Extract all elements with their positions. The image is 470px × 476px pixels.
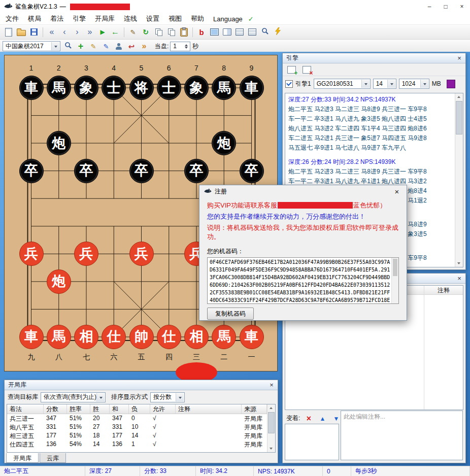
piece-black-象-7-0[interactable]: 象 (184, 76, 209, 100)
engine-enabled-checkbox[interactable] (285, 80, 293, 88)
nav-next-icon[interactable]: › (71, 26, 83, 38)
piece-black-馬-2-0[interactable]: 馬 (47, 76, 71, 100)
scroll-up-icon[interactable] (267, 404, 275, 412)
comment-edit-box[interactable]: 此处编辑注释... (341, 411, 463, 460)
menu-item-1[interactable]: 文件 (1, 14, 23, 23)
opening-scrollbar[interactable] (267, 404, 275, 452)
column-header-3[interactable]: 胜率 (67, 404, 90, 414)
piece-black-卒-5-3[interactable]: 卒 (129, 159, 154, 183)
column-header-7[interactable]: 允许 (150, 404, 176, 414)
piece-black-車-1-0[interactable]: 車 (19, 76, 44, 100)
piece-black-炮-8-2[interactable]: 炮 (212, 131, 236, 155)
dialog-close-icon[interactable]: × (389, 186, 405, 197)
piece-red-馬-2-9[interactable]: 馬 (47, 325, 71, 349)
column-header-1[interactable]: 着法 (7, 404, 44, 414)
nav-last-icon[interactable]: » (84, 26, 96, 38)
user-icon[interactable] (113, 41, 125, 52)
piece-red-相-7-9[interactable]: 相 (184, 325, 209, 349)
engine-scrollbar[interactable] (455, 93, 463, 267)
piece-black-車-9-0[interactable]: 車 (240, 76, 264, 100)
tab-2[interactable]: 云库 (40, 453, 66, 463)
menu-item-9[interactable]: 帮助 (186, 14, 209, 23)
opening-row[interactable]: 兵三进一34751%203470√开局库 (7, 414, 275, 423)
piece-red-馬-8-9[interactable]: 馬 (212, 325, 236, 349)
menu-item-10[interactable]: Language (209, 15, 247, 23)
menu-item-4[interactable]: 引擎 (68, 14, 90, 23)
opening-row[interactable]: 相三进五17751%1817714√开局库 (7, 431, 275, 440)
flash-icon[interactable] (272, 26, 284, 38)
menu-item-5[interactable]: 开局库 (90, 14, 119, 23)
paste-icon[interactable] (178, 26, 190, 38)
move-up-icon[interactable]: ▲ (316, 413, 328, 424)
search-icon[interactable] (259, 26, 271, 38)
opening-row[interactable]: 炮八平五33151%2733110√开局库 (7, 423, 275, 431)
piece-red-兵-1-6[interactable]: 兵 (19, 242, 44, 266)
forward-gold-icon[interactable]: » (138, 41, 150, 52)
piece-red-車-1-9[interactable]: 車 (19, 325, 44, 349)
opening-panel-close-icon[interactable]: × (267, 381, 276, 389)
piece-black-士-4-0[interactable]: 士 (102, 76, 126, 100)
column-header-4[interactable]: 胜 (90, 404, 110, 414)
piece-red-仕-6-9[interactable]: 仕 (157, 325, 181, 349)
piece-black-炮-2-2[interactable]: 炮 (47, 131, 71, 155)
maximize-button[interactable]: □ (438, 0, 454, 13)
column-header-6[interactable]: 负 (129, 404, 150, 414)
piece-red-兵-5-6[interactable]: 兵 (129, 242, 154, 266)
machine-code-box[interactable]: 0F46CE7AFD69F376EB46E17B2A012036F47A99B9… (207, 257, 399, 304)
piece-black-卒-9-3[interactable]: 卒 (240, 159, 264, 183)
piece-black-馬-8-0[interactable]: 馬 (212, 76, 236, 100)
scroll-up-icon[interactable] (455, 93, 463, 100)
save-icon[interactable] (28, 26, 40, 38)
piece-black-卒-7-3[interactable]: 卒 (184, 159, 209, 183)
variation-list-box[interactable] (285, 424, 339, 460)
close-button[interactable]: × (454, 0, 470, 13)
add-engine-icon[interactable]: + (285, 64, 297, 76)
comments-panel-close-icon[interactable]: × (455, 275, 464, 283)
engine-select[interactable]: GG20180531 (314, 79, 371, 89)
scroll-thumb[interactable] (456, 101, 462, 134)
piece-black-卒-3-3[interactable]: 卒 (74, 159, 98, 183)
scroll-thumb[interactable] (268, 412, 275, 433)
sort-mode-select[interactable]: 按分数 (150, 392, 185, 402)
pencil-icon[interactable]: ✎ (87, 41, 99, 52)
takeback-icon[interactable]: ← (109, 26, 121, 38)
piece-black-士-6-0[interactable]: 士 (157, 76, 181, 100)
add-icon[interactable]: + (75, 41, 87, 52)
code-scrollbar[interactable] (391, 258, 398, 303)
menu-item-3[interactable]: 着法 (46, 14, 68, 23)
undo-red-icon[interactable]: ↩ (125, 41, 138, 52)
open-folder-icon[interactable] (15, 26, 27, 38)
book-window-icon[interactable] (221, 26, 233, 38)
piece-red-仕-4-9[interactable]: 仕 (102, 325, 126, 349)
piece-black-象-3-0[interactable]: 象 (74, 76, 98, 100)
new-file-icon[interactable] (3, 26, 15, 38)
opening-row[interactable]: 仕四进五13654%141361√开局库 (7, 440, 275, 449)
bold-b-icon[interactable]: b (195, 26, 208, 38)
engine-panel-close-icon[interactable]: × (455, 54, 464, 62)
copy-fen-icon[interactable] (165, 26, 177, 38)
opening-book-combo[interactable]: 中国象棋2017 (3, 41, 60, 51)
refresh-icon[interactable]: ↻ (140, 26, 152, 38)
remove-engine-icon[interactable]: × (300, 64, 313, 76)
play-icon[interactable]: ▶ (96, 26, 109, 38)
scroll-down-icon[interactable] (267, 445, 275, 452)
list-window-icon[interactable] (233, 26, 246, 38)
code-scroll-thumb[interactable] (393, 259, 397, 276)
column-header-9[interactable]: 来源 (242, 404, 267, 414)
search-book-icon[interactable] (62, 41, 74, 52)
column-header-2[interactable]: 分数 (44, 404, 67, 414)
piece-red-相-3-9[interactable]: 相 (74, 325, 98, 349)
query-mode-select[interactable]: 依次查询(查到为止) (41, 392, 106, 402)
delete-variation-icon[interactable]: × (303, 413, 315, 424)
tab-1[interactable]: 开局库 (6, 453, 39, 463)
column-header-5[interactable]: 和 (110, 404, 129, 414)
panel-window-icon[interactable] (246, 26, 258, 38)
seconds-spinner[interactable]: 1 (170, 42, 190, 51)
menu-item-2[interactable]: 棋局 (23, 14, 46, 23)
menu-item-6[interactable]: 连线 (119, 14, 142, 23)
board-window-icon[interactable] (208, 26, 220, 38)
nav-first-icon[interactable]: « (46, 26, 58, 38)
threads-select[interactable]: 14 (373, 79, 396, 89)
piece-red-帥-5-9[interactable]: 帥 (129, 325, 154, 349)
copy-icon[interactable] (152, 26, 164, 38)
